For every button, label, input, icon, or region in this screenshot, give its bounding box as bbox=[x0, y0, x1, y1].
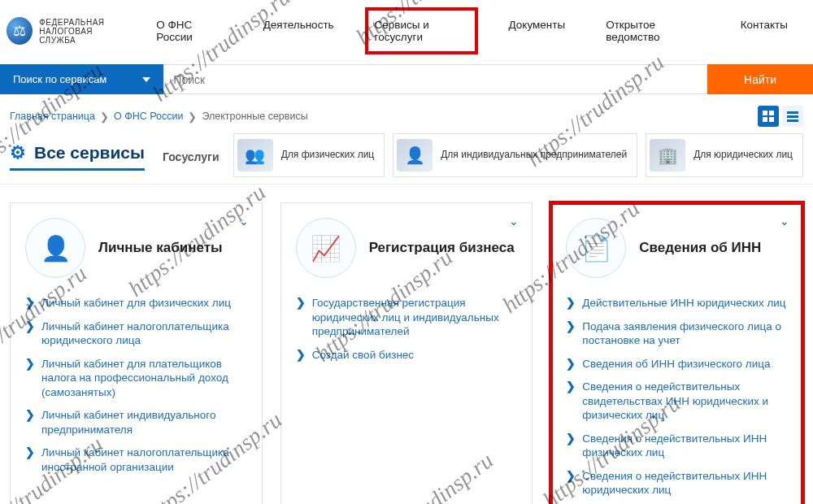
svg-rect-0 bbox=[763, 111, 767, 115]
chevron-right-icon: ❯ bbox=[25, 296, 35, 311]
person-lock-icon: 👤 bbox=[25, 218, 85, 278]
breadcrumb: Главная страница ❯ О ФНС России ❯ Электр… bbox=[10, 111, 308, 123]
crumb-home[interactable]: Главная страница bbox=[10, 111, 95, 122]
view-grid-button[interactable] bbox=[758, 106, 779, 127]
svg-rect-6 bbox=[787, 119, 798, 122]
link[interactable]: Государственная регистрация юридических … bbox=[312, 296, 518, 339]
filter-all[interactable]: ⚙ Все сервисы bbox=[10, 142, 145, 171]
card-personal-accounts: ⌄ 👤 Личные кабинеты ❯Личный кабинет для … bbox=[10, 202, 263, 504]
link[interactable]: Сведения о недействительных ИНН юридичес… bbox=[582, 469, 788, 497]
logo[interactable]: ⚖ ФЕДЕРАЛЬНАЯ НАЛОГОВАЯ СЛУЖБА bbox=[7, 17, 127, 45]
main-nav: О ФНС России Деятельность Сервисы и госу… bbox=[151, 12, 793, 50]
card-business-registration: ⌄ 📈 Регистрация бизнеса ❯Государственная… bbox=[280, 202, 533, 504]
chevron-right-icon: ❯ bbox=[100, 111, 109, 123]
chevron-right-icon: ❯ bbox=[25, 445, 35, 474]
filter-fiz[interactable]: 👥 Для физических лиц bbox=[233, 133, 385, 177]
filter-gosuslugi[interactable]: Госуслуги bbox=[163, 150, 220, 171]
chevron-right-icon: ❯ bbox=[566, 319, 576, 348]
svg-rect-4 bbox=[787, 111, 798, 114]
chevron-right-icon: ❯ bbox=[296, 296, 306, 339]
chevron-right-icon: ❯ bbox=[25, 357, 35, 400]
person-icon: 👤 bbox=[397, 139, 433, 172]
suit-icon: 🏢 bbox=[650, 139, 685, 172]
emblem-icon: ⚖ bbox=[7, 17, 33, 45]
link[interactable]: Действительные ИНН юридических лиц bbox=[582, 296, 785, 311]
org-name: ФЕДЕРАЛЬНАЯ НАЛОГОВАЯ СЛУЖБА bbox=[39, 18, 127, 45]
svg-rect-2 bbox=[763, 117, 767, 122]
expand-button[interactable]: ⌄ bbox=[509, 215, 519, 228]
search-button[interactable]: Найти bbox=[707, 64, 813, 94]
nav-open[interactable]: Открытое ведомство bbox=[601, 12, 705, 50]
nav-documents[interactable]: Документы bbox=[504, 12, 571, 50]
documents-icon: 📄 bbox=[566, 218, 626, 278]
svg-rect-1 bbox=[769, 111, 774, 115]
crumb-about[interactable]: О ФНС России bbox=[114, 111, 183, 122]
filter-row: ⚙ Все сервисы Госуслуги 👥 Для физических… bbox=[0, 133, 813, 185]
nav-services[interactable]: Сервисы и госуслуги bbox=[370, 12, 473, 50]
cards-grid: ⌄ 👤 Личные кабинеты ❯Личный кабинет для … bbox=[0, 185, 813, 504]
link[interactable]: Сведения об ИНН физического лица bbox=[582, 357, 770, 371]
view-list-button[interactable] bbox=[782, 106, 803, 127]
chevron-right-icon: ❯ bbox=[566, 296, 576, 311]
link[interactable]: Личный кабинет индивидуального предприни… bbox=[41, 408, 247, 437]
link[interactable]: Личный кабинет налогоплательщика иностра… bbox=[41, 445, 247, 474]
card-inn-info: ⌄ 📄 Сведения об ИНН ❯Действительные ИНН … bbox=[550, 202, 803, 504]
chart-up-icon: 📈 bbox=[296, 218, 356, 278]
chevron-right-icon: ❯ bbox=[188, 111, 197, 123]
people-icon: 👥 bbox=[237, 139, 273, 172]
card-title: Сведения об ИНН bbox=[639, 240, 761, 256]
header: ⚖ ФЕДЕРАЛЬНАЯ НАЛОГОВАЯ СЛУЖБА О ФНС Рос… bbox=[0, 0, 813, 64]
link[interactable]: Личный кабинет для плательщиков налога н… bbox=[41, 357, 247, 400]
svg-rect-3 bbox=[769, 117, 774, 122]
link[interactable]: Личный кабинет налогоплательщика юридиче… bbox=[41, 319, 247, 348]
nav-contacts[interactable]: Контакты bbox=[736, 12, 793, 50]
nav-activity[interactable]: Деятельность bbox=[259, 12, 339, 50]
chevron-right-icon: ❯ bbox=[566, 357, 576, 371]
link[interactable]: Личный кабинет для физических лиц bbox=[41, 296, 231, 311]
link[interactable]: Создай свой бизнес bbox=[312, 348, 414, 363]
card-title: Личные кабинеты bbox=[98, 240, 222, 256]
chevron-right-icon: ❯ bbox=[566, 469, 576, 497]
search-input[interactable] bbox=[163, 64, 707, 94]
chevron-down-icon bbox=[142, 77, 150, 82]
crumb-row: Главная страница ❯ О ФНС России ❯ Электр… bbox=[0, 94, 813, 133]
dropdown-label: Поиск по сервисам bbox=[13, 73, 107, 85]
svg-rect-5 bbox=[787, 115, 798, 118]
chevron-right-icon: ❯ bbox=[296, 348, 306, 363]
link[interactable]: Сведения о недействительных свидетельств… bbox=[582, 380, 788, 423]
chevron-right-icon: ❯ bbox=[25, 408, 35, 437]
filter-ip[interactable]: 👤 Для индивидуальных предпринимателей bbox=[393, 133, 637, 177]
view-toggle bbox=[758, 106, 803, 127]
services-dropdown[interactable]: Поиск по сервисам bbox=[0, 64, 163, 94]
link[interactable]: Подача заявления физического лица о пост… bbox=[582, 319, 788, 348]
expand-button[interactable]: ⌄ bbox=[780, 215, 789, 228]
chevron-right-icon: ❯ bbox=[566, 380, 576, 423]
crumb-current: Электронные сервисы bbox=[202, 111, 307, 122]
gear-icon: ⚙ bbox=[10, 142, 26, 163]
expand-button[interactable]: ⌄ bbox=[239, 215, 249, 228]
filter-jur[interactable]: 🏢 Для юридических лиц bbox=[646, 133, 803, 177]
card-title: Регистрация бизнеса bbox=[369, 240, 515, 256]
search-row: Поиск по сервисам Найти bbox=[0, 64, 813, 94]
link[interactable]: Сведения о недействительных ИНН физическ… bbox=[582, 432, 788, 460]
nav-about[interactable]: О ФНС России bbox=[151, 12, 227, 50]
chevron-right-icon: ❯ bbox=[566, 432, 576, 460]
chevron-right-icon: ❯ bbox=[25, 319, 35, 348]
